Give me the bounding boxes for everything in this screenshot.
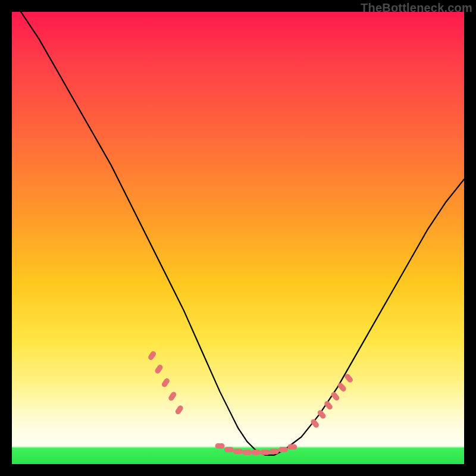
chart-marker [242,450,252,455]
chart-marker [174,405,184,415]
chart-marker [154,364,164,374]
chart-line [21,12,464,455]
chart-marker [310,418,320,429]
chart-marker [251,450,261,455]
chart-marker [224,447,234,452]
chart-marker [270,449,279,454]
chart-marker [278,447,288,452]
chart-frame: TheBottleneck.com [0,0,476,476]
plot-area [12,12,464,464]
chart-marker [147,350,156,361]
chart-marker [215,443,225,449]
chart-marker [233,449,243,454]
chart-marker [317,409,327,419]
chart-marker [161,377,170,388]
chart-marker [287,444,297,450]
chart-svg [12,12,464,464]
chart-marker [337,382,347,393]
chart-markers [147,350,353,455]
chart-marker [261,450,270,455]
chart-marker [168,391,177,402]
